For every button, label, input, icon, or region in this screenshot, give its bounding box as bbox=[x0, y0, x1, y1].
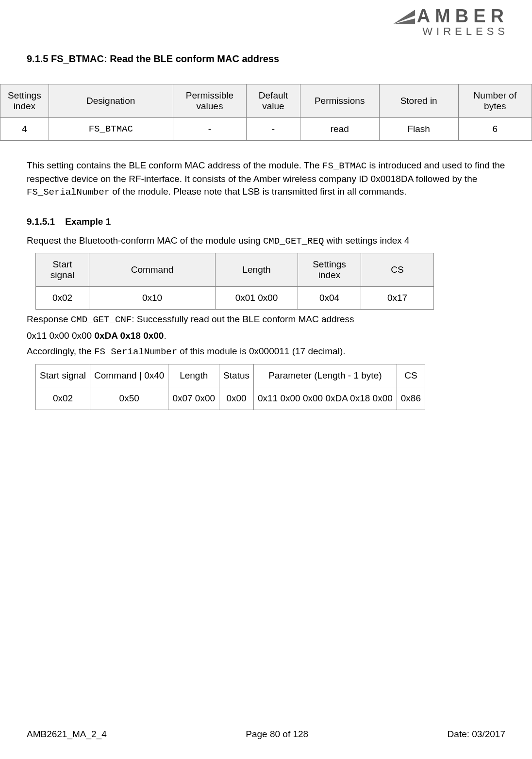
footer-date: Date: 03/2017 bbox=[448, 729, 505, 740]
table-row: 0x02 0x50 0x07 0x00 0x00 0x11 0x00 0x00 … bbox=[36, 387, 425, 410]
cell: 0x86 bbox=[397, 387, 425, 410]
cell: 0x02 bbox=[36, 387, 90, 410]
th-command: Command bbox=[89, 253, 216, 287]
brand-logo: AMBER WIRELESS bbox=[393, 7, 509, 37]
th-num-bytes: Number of bytes bbox=[458, 84, 532, 118]
cell: 0x02 bbox=[36, 287, 89, 310]
cell-index: 4 bbox=[0, 118, 49, 141]
table-header-row: Start signal Command | 0x40 Length Statu… bbox=[36, 364, 425, 387]
th-length: Length bbox=[168, 364, 219, 387]
example-title: Example 1 bbox=[65, 216, 111, 227]
th-start-signal: Start signal bbox=[36, 253, 89, 287]
response-table: Start signal Command | 0x40 Length Statu… bbox=[35, 364, 425, 410]
th-status: Status bbox=[219, 364, 254, 387]
cell: 0x07 0x00 bbox=[168, 387, 219, 410]
logo-text-1: AMBER bbox=[417, 7, 509, 25]
section-number: 9.1.5 bbox=[27, 53, 48, 64]
cell: 0x04 bbox=[298, 287, 361, 310]
cell-designation: FS_BTMAC bbox=[49, 118, 173, 141]
response-line-1: Response CMD_GET_CNF: Successfully read … bbox=[27, 313, 505, 327]
cell-stored-in: Flash bbox=[379, 118, 458, 141]
th-settings-index: Settings index bbox=[298, 253, 361, 287]
th-cs: CS bbox=[361, 253, 434, 287]
footer-doc-id: AMB2621_MA_2_4 bbox=[27, 729, 107, 740]
th-length: Length bbox=[216, 253, 298, 287]
th-designation: Designation bbox=[49, 84, 173, 118]
logo-text-2: WIRELESS bbox=[393, 26, 509, 37]
request-table: Start signal Command Length Settings ind… bbox=[35, 253, 434, 310]
table-row: 0x02 0x10 0x01 0x00 0x04 0x17 bbox=[36, 287, 434, 310]
th-start-signal: Start signal bbox=[36, 364, 90, 387]
cell: 0x50 bbox=[90, 387, 168, 410]
cell: 0x11 0x00 0x00 0xDA 0x18 0x00 bbox=[253, 387, 397, 410]
example-number: 9.1.5.1 bbox=[27, 216, 63, 227]
cell: 0x00 bbox=[219, 387, 254, 410]
cell-default: - bbox=[247, 118, 300, 141]
logo-wave-icon bbox=[393, 9, 415, 23]
th-permissions: Permissions bbox=[300, 84, 379, 118]
table-row: 4 FS_BTMAC - - read Flash 6 bbox=[0, 118, 532, 141]
description-paragraph: This setting contains the BLE conform MA… bbox=[27, 159, 505, 199]
cell: 0x17 bbox=[361, 287, 434, 310]
th-permissible: Permissible values bbox=[173, 84, 246, 118]
cell-num-bytes: 6 bbox=[458, 118, 532, 141]
cell: 0x01 0x00 bbox=[216, 287, 298, 310]
th-stored-in: Stored in bbox=[379, 84, 458, 118]
th-settings-index: Settings index bbox=[0, 84, 49, 118]
footer-page-number: Page 80 of 128 bbox=[246, 729, 308, 740]
response-line-3: Accordingly, the FS_SerialNumber of this… bbox=[27, 345, 505, 359]
cell-permissible: - bbox=[173, 118, 246, 141]
example-heading: 9.1.5.1 Example 1 bbox=[27, 216, 505, 227]
th-default: Default value bbox=[247, 84, 300, 118]
th-cs: CS bbox=[397, 364, 425, 387]
cell: 0x10 bbox=[89, 287, 216, 310]
response-line-2: 0x11 0x00 0x00 0xDA 0x18 0x00. bbox=[27, 329, 505, 343]
table-header-row: Start signal Command Length Settings ind… bbox=[36, 253, 434, 287]
cell-permissions: read bbox=[300, 118, 379, 141]
th-command: Command | 0x40 bbox=[90, 364, 168, 387]
table-header-row: Settings index Designation Permissible v… bbox=[0, 84, 532, 118]
section-heading: 9.1.5 FS_BTMAC: Read the BLE conform MAC… bbox=[27, 53, 505, 65]
th-parameter: Parameter (Length - 1 byte) bbox=[253, 364, 397, 387]
settings-table: Settings index Designation Permissible v… bbox=[0, 84, 532, 141]
section-title: FS_BTMAC: Read the BLE conform MAC addre… bbox=[51, 53, 279, 64]
page-footer: AMB2621_MA_2_4 Page 80 of 128 Date: 03/2… bbox=[0, 729, 532, 740]
request-text: Request the Bluetooth-conform MAC of the… bbox=[27, 234, 505, 248]
